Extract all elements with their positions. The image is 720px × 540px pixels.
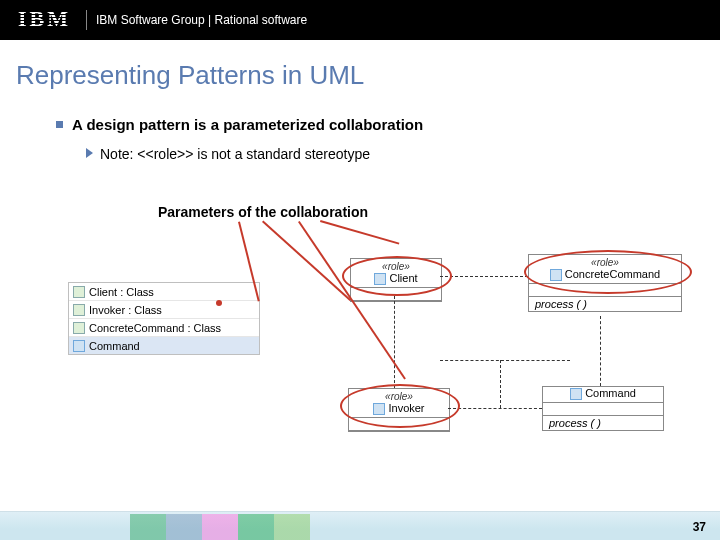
uml-dependency — [440, 360, 570, 361]
class-compartment — [543, 403, 663, 416]
class-icon — [73, 304, 85, 316]
param-name: Client : Class — [89, 286, 154, 298]
class-name: Command — [543, 387, 663, 403]
class-icon — [73, 340, 85, 352]
class-icon — [73, 286, 85, 298]
footer-decoration — [130, 514, 310, 540]
uml-dependency — [448, 408, 542, 409]
header-divider — [86, 10, 87, 30]
class-operation: process ( ) — [529, 297, 681, 311]
class-icon — [73, 322, 85, 334]
uml-realization — [600, 316, 601, 386]
callout-ellipse — [524, 250, 692, 294]
page-title: Representing Patterns in UML — [16, 60, 364, 91]
page-number: 37 — [693, 520, 706, 534]
callout-ellipse — [342, 256, 452, 296]
param-name: Invoker : Class — [89, 304, 162, 316]
table-row-selected: Command — [69, 337, 259, 354]
param-name: Command — [89, 340, 140, 352]
uml-dependency — [440, 276, 528, 277]
class-icon — [570, 388, 582, 400]
uml-dependency — [500, 360, 501, 408]
header-bar: IBM IBM Software Group | Rational softwa… — [0, 0, 720, 40]
callout-ellipse — [340, 384, 460, 428]
slide: IBM IBM Software Group | Rational softwa… — [0, 0, 720, 540]
header-group-text: IBM Software Group | Rational software — [96, 13, 307, 27]
ibm-logo: IBM — [18, 6, 71, 32]
parameter-table: Client : Class Invoker : Class ConcreteC… — [68, 282, 260, 355]
table-row: Client : Class — [69, 283, 259, 301]
uml-class-command: Command process ( ) — [542, 386, 664, 431]
footer-bar: 37 — [0, 511, 720, 540]
bullet-note: Note: <<role>> is not a standard stereot… — [100, 146, 370, 162]
param-name: ConcreteCommand : Class — [89, 322, 221, 334]
parameters-label: Parameters of the collaboration — [158, 204, 368, 220]
callout-dot — [216, 300, 222, 306]
callout-leader — [320, 220, 399, 245]
table-row: Invoker : Class — [69, 301, 259, 319]
bullet-main: A design pattern is a parameterized coll… — [72, 116, 423, 133]
class-operation: process ( ) — [543, 416, 663, 430]
uml-dependency — [394, 296, 395, 388]
table-row: ConcreteCommand : Class — [69, 319, 259, 337]
